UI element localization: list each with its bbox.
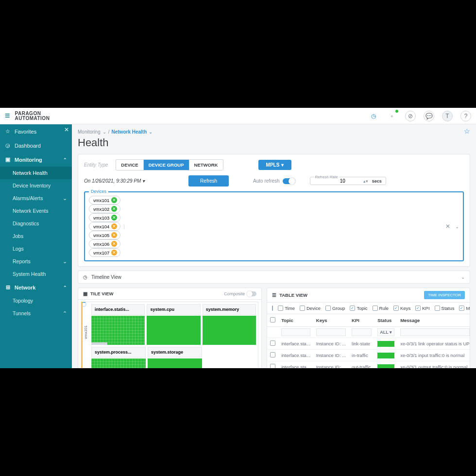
chip-remove-icon[interactable]: ✕ bbox=[111, 241, 117, 247]
sidebar-item-logs[interactable]: Logs bbox=[0, 242, 72, 255]
sidebar-item-topology[interactable]: Topology bbox=[0, 294, 72, 307]
segment-device-group[interactable]: DEVICE GROUP bbox=[144, 160, 189, 170]
checkbox[interactable] bbox=[415, 306, 421, 311]
device-chip[interactable]: vmx106✕ bbox=[89, 239, 120, 248]
table-row[interactable]: interface.sta...Instance ID: ...in-traff… bbox=[267, 350, 470, 361]
clock-icon[interactable]: ◷ bbox=[368, 111, 379, 121]
refresh-rate-input[interactable] bbox=[340, 178, 359, 184]
sidebar-item-system-health[interactable]: System Health bbox=[0, 268, 72, 280]
checkbox[interactable] bbox=[435, 306, 440, 311]
row-checkbox[interactable] bbox=[270, 352, 275, 357]
sidebar-item-reports[interactable]: Reports⌄ bbox=[0, 255, 72, 268]
sidebar-item-favorites[interactable]: ☆Favorites bbox=[0, 124, 72, 138]
col-keys[interactable]: Keys bbox=[313, 314, 349, 327]
tile-header[interactable]: system.cpu bbox=[147, 304, 200, 315]
filter-kpi-input[interactable] bbox=[352, 328, 372, 336]
notifications-icon[interactable]: ▫ bbox=[387, 111, 397, 121]
device-chip[interactable]: vmx103✕ bbox=[89, 213, 120, 222]
tile-header[interactable]: system.storage bbox=[148, 347, 202, 357]
filter-rule[interactable]: Rule bbox=[373, 306, 389, 311]
sidebar-item-network-health[interactable]: Network Health bbox=[0, 167, 72, 179]
filter-keys[interactable]: Keys bbox=[393, 306, 410, 311]
filter-kpi[interactable]: KPI bbox=[415, 306, 429, 311]
filter-message[interactable]: Message bbox=[459, 306, 470, 311]
sidebar-item-monitoring[interactable]: ▣Monitoring⌃ bbox=[0, 153, 72, 167]
filter-message-input[interactable] bbox=[400, 328, 470, 336]
tile-heatmap[interactable] bbox=[148, 358, 202, 368]
filter-time[interactable]: Time bbox=[278, 306, 295, 311]
tile-heatmap[interactable] bbox=[91, 358, 146, 368]
col-message[interactable]: Message bbox=[397, 314, 470, 327]
tile-header[interactable]: interface.statis... bbox=[91, 304, 145, 315]
filter-status-dropdown[interactable]: ALL ▾ bbox=[377, 328, 394, 336]
tile-heatmap[interactable] bbox=[147, 316, 200, 345]
col-topic[interactable]: Topic bbox=[278, 314, 313, 327]
chip-remove-icon[interactable]: ✕ bbox=[111, 215, 117, 221]
checkbox[interactable] bbox=[393, 306, 399, 311]
device-chip[interactable]: vmx104✕ bbox=[89, 222, 120, 231]
col-status[interactable]: Status bbox=[374, 314, 397, 327]
sidebar-item-jobs[interactable]: Jobs bbox=[0, 230, 72, 242]
segment-device[interactable]: DEVICE bbox=[116, 160, 143, 170]
sidebar-item-network-events[interactable]: Network Events bbox=[0, 204, 72, 217]
sidebar-item-device-inventory[interactable]: Device Inventory bbox=[0, 179, 72, 192]
menu-icon[interactable]: ≡ bbox=[5, 111, 10, 121]
user-avatar[interactable]: T bbox=[442, 111, 453, 121]
timeline-view-toggle[interactable]: ◷ Timeline View ⌄ bbox=[78, 271, 470, 284]
chip-remove-icon[interactable]: ✕ bbox=[111, 206, 117, 212]
mpls-dropdown[interactable]: MPLS▾ bbox=[258, 160, 292, 170]
filter-topic[interactable]: Topic bbox=[350, 306, 367, 311]
filter-group[interactable]: Group bbox=[325, 306, 345, 311]
tile-heatmap[interactable] bbox=[91, 316, 145, 345]
filter-device[interactable]: Device bbox=[300, 306, 321, 311]
device-chip[interactable]: vmx102✕ bbox=[89, 204, 120, 213]
sidebar-item-dashboard[interactable]: ◶Dashboard bbox=[0, 138, 72, 153]
device-chip[interactable]: vmx105✕ bbox=[89, 231, 120, 239]
checkbox[interactable] bbox=[350, 306, 355, 311]
table-row[interactable]: interface.sta...Instance ID: ...link-sta… bbox=[267, 338, 470, 350]
filter-topic-input[interactable] bbox=[281, 328, 310, 336]
chip-remove-icon[interactable]: ✕ bbox=[111, 250, 117, 255]
time-inspector-button[interactable]: TIME INSPECTOR bbox=[424, 291, 465, 299]
sidebar-item-diagnostics[interactable]: Diagnostics bbox=[0, 217, 72, 230]
checkbox[interactable] bbox=[459, 306, 464, 311]
breadcrumb-parent[interactable]: Monitoring bbox=[78, 129, 101, 135]
block-icon[interactable]: ⊘ bbox=[405, 111, 416, 121]
chip-remove-icon[interactable]: ✕ bbox=[111, 223, 117, 229]
sidebar-item-tunnels[interactable]: Tunnels⌃ bbox=[0, 307, 72, 320]
favorite-star-icon[interactable]: ☆ bbox=[464, 127, 470, 135]
col-kpi[interactable]: KPI bbox=[349, 314, 374, 327]
refresh-button[interactable]: Refresh bbox=[188, 175, 229, 187]
checkbox[interactable] bbox=[278, 306, 283, 311]
checkbox[interactable] bbox=[300, 306, 305, 311]
sidebar-item-network[interactable]: ⊞Network⌃ bbox=[0, 280, 72, 294]
device-chip[interactable]: vmx107✕ bbox=[89, 248, 120, 257]
filter-keys-input[interactable] bbox=[316, 328, 346, 336]
checkbox[interactable] bbox=[325, 306, 331, 311]
auto-refresh-toggle[interactable] bbox=[283, 178, 295, 184]
sidebar-close-icon[interactable]: ✕ bbox=[64, 126, 69, 133]
chip-remove-icon[interactable]: ✕ bbox=[111, 197, 117, 203]
select-all-checkbox[interactable] bbox=[270, 317, 275, 323]
tile-heatmap[interactable] bbox=[203, 316, 256, 345]
tile-header[interactable]: system.process... bbox=[91, 347, 146, 357]
row-checkbox[interactable] bbox=[272, 306, 273, 311]
stepper-icon[interactable]: ▴▾ bbox=[363, 179, 368, 184]
row-checkbox[interactable] bbox=[270, 340, 275, 346]
breadcrumb-current[interactable]: Network Health bbox=[111, 129, 147, 135]
checkbox[interactable] bbox=[373, 306, 378, 311]
row-checkbox[interactable] bbox=[270, 364, 275, 368]
device-chip[interactable]: vmx101✕ bbox=[89, 196, 120, 204]
segment-network[interactable]: NETWORK bbox=[189, 160, 223, 170]
timestamp-label[interactable]: On 1/26/2021, 9:30:29 PM ▾ bbox=[84, 178, 145, 184]
devices-field[interactable]: Devices vmx101✕vmx102✕vmx103✕vmx104✕vmx1… bbox=[84, 191, 464, 261]
chat-icon[interactable]: 💬 bbox=[424, 111, 434, 121]
chip-remove-icon[interactable]: ✕ bbox=[111, 232, 117, 238]
table-row[interactable]: interface.sta...Instance ID: ...out-traf… bbox=[267, 361, 470, 369]
filter-status[interactable]: Status bbox=[435, 306, 455, 311]
tile-header[interactable]: system.memory bbox=[203, 304, 256, 315]
clear-devices-icon[interactable]: ✕ bbox=[443, 223, 452, 230]
help-icon[interactable]: ? bbox=[460, 111, 471, 121]
devices-dropdown-icon[interactable]: ⌄ bbox=[455, 224, 459, 229]
composite-toggle[interactable] bbox=[247, 291, 256, 296]
